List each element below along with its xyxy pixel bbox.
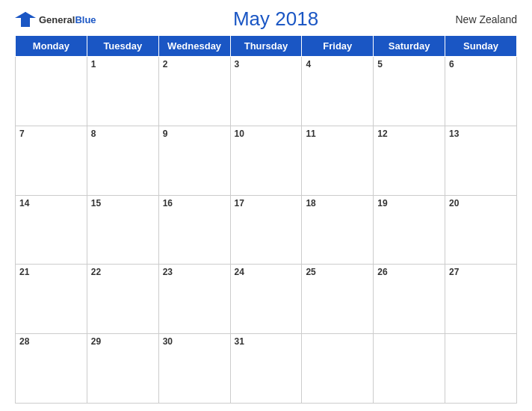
calendar-day-cell: 10: [230, 126, 302, 195]
calendar-day-cell: 3: [230, 57, 302, 126]
day-number: 24: [235, 267, 298, 277]
calendar-day-cell: 29: [87, 334, 158, 404]
calendar-day-cell: 22: [87, 265, 158, 334]
weekday-header-row: Monday Tuesday Wednesday Thursday Friday…: [16, 36, 517, 57]
calendar-day-cell: 5: [374, 57, 445, 126]
logo: GeneralBlue: [15, 10, 96, 28]
calendar-day-cell: 12: [374, 126, 445, 195]
day-number: 23: [163, 267, 226, 277]
calendar-day-cell: [302, 334, 374, 404]
day-number: 15: [91, 198, 155, 208]
logo-text: GeneralBlue: [39, 13, 96, 26]
logo-blue: Blue: [75, 14, 96, 25]
calendar-day-cell: 30: [158, 334, 230, 404]
calendar-title: May 2018: [233, 7, 318, 31]
calendar-day-cell: 24: [230, 265, 302, 334]
day-number: 31: [235, 336, 298, 347]
calendar-day-cell: 28: [16, 334, 87, 404]
day-number: 1: [91, 59, 155, 69]
day-number: 22: [91, 267, 155, 277]
calendar-day-cell: 20: [445, 195, 517, 265]
calendar-week-row: 28293031: [16, 334, 517, 404]
calendar-day-cell: 6: [445, 57, 517, 126]
day-number: 6: [449, 59, 513, 69]
calendar-day-cell: [16, 57, 87, 126]
calendar-day-cell: 19: [374, 195, 445, 265]
calendar-week-row: 78910111213: [16, 126, 517, 195]
calendar-day-cell: 13: [445, 126, 517, 195]
calendar-day-cell: 8: [87, 126, 158, 195]
header-sunday: Sunday: [445, 36, 517, 57]
calendar-day-cell: 23: [158, 265, 230, 334]
calendar-day-cell: 21: [16, 265, 87, 334]
day-number: 5: [377, 59, 441, 69]
calendar-day-cell: 18: [302, 195, 374, 265]
day-number: 2: [163, 59, 226, 69]
calendar-day-cell: 17: [230, 195, 302, 265]
calendar-week-row: 14151617181920: [16, 195, 517, 265]
header-monday: Monday: [16, 36, 87, 57]
svg-marker-1: [19, 12, 31, 16]
day-number: 4: [306, 59, 369, 69]
calendar-day-cell: 7: [16, 126, 87, 195]
day-number: 21: [19, 267, 83, 277]
day-number: 16: [163, 198, 226, 208]
day-number: 13: [449, 129, 513, 139]
calendar-day-cell: 27: [445, 265, 517, 334]
calendar-day-cell: 11: [302, 126, 374, 195]
logo-icon: [15, 10, 36, 28]
calendar-day-cell: 14: [16, 195, 87, 265]
day-number: 19: [377, 198, 441, 208]
header-tuesday: Tuesday: [87, 36, 158, 57]
day-number: 11: [306, 129, 369, 139]
header-friday: Friday: [302, 36, 374, 57]
day-number: 29: [91, 336, 155, 347]
calendar-day-cell: 4: [302, 57, 374, 126]
calendar-day-cell: 25: [302, 265, 374, 334]
calendar-day-cell: 1: [87, 57, 158, 126]
day-number: 8: [91, 129, 155, 139]
day-number: 26: [377, 267, 441, 277]
calendar-table: Monday Tuesday Wednesday Thursday Friday…: [15, 35, 517, 404]
day-number: 3: [235, 59, 298, 69]
page-header: GeneralBlue May 2018 New Zealand: [15, 7, 517, 31]
day-number: 17: [235, 198, 298, 208]
calendar-week-row: 123456: [16, 57, 517, 126]
calendar-day-cell: 26: [374, 265, 445, 334]
logo-general: General: [39, 14, 75, 25]
calendar-week-row: 21222324252627: [16, 265, 517, 334]
calendar-day-cell: 9: [158, 126, 230, 195]
day-number: 30: [163, 336, 226, 347]
country-label: New Zealand: [456, 13, 518, 25]
calendar-day-cell: 15: [87, 195, 158, 265]
day-number: 27: [449, 267, 513, 277]
day-number: 9: [163, 129, 226, 139]
header-wednesday: Wednesday: [158, 36, 230, 57]
day-number: 20: [449, 198, 513, 208]
day-number: 28: [19, 336, 83, 347]
calendar-day-cell: 31: [230, 334, 302, 404]
day-number: 25: [306, 267, 369, 277]
header-saturday: Saturday: [374, 36, 445, 57]
day-number: 10: [235, 129, 298, 139]
day-number: 7: [19, 129, 83, 139]
calendar-day-cell: 16: [158, 195, 230, 265]
day-number: 14: [19, 198, 83, 208]
day-number: 18: [306, 198, 369, 208]
calendar-day-cell: [374, 334, 445, 404]
day-number: 12: [377, 129, 441, 139]
header-thursday: Thursday: [230, 36, 302, 57]
calendar-day-cell: [445, 334, 517, 404]
calendar-day-cell: 2: [158, 57, 230, 126]
